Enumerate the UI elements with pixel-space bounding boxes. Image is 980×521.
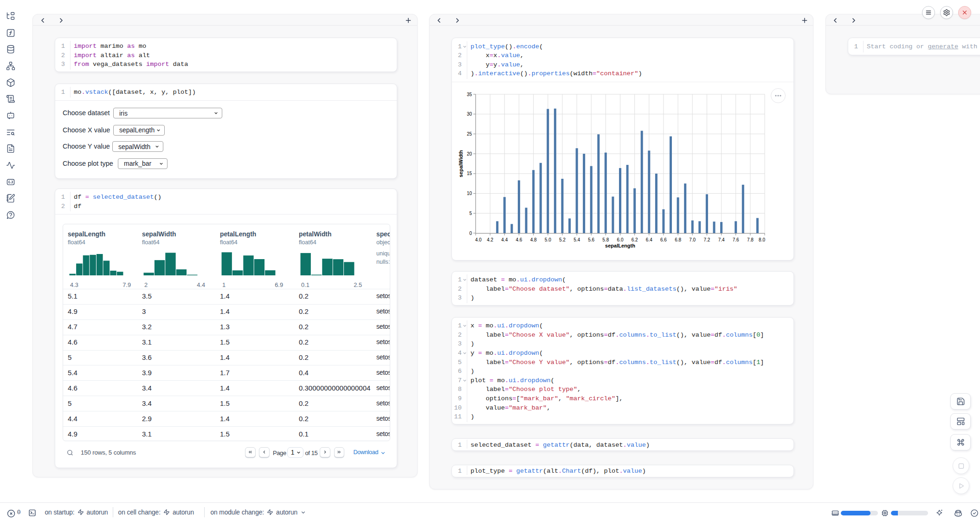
- svg-text:6.2: 6.2: [632, 237, 638, 242]
- svg-text:5.8: 5.8: [602, 237, 609, 242]
- svg-text:5.2: 5.2: [559, 237, 566, 242]
- svg-text:5.4: 5.4: [574, 237, 580, 242]
- svg-text:4.0: 4.0: [475, 237, 482, 242]
- svg-text:7.8: 7.8: [747, 237, 754, 242]
- svg-text:4.8: 4.8: [530, 237, 537, 242]
- svg-text:sepalWidth: sepalWidth: [458, 150, 464, 177]
- svg-text:25: 25: [467, 131, 472, 137]
- svg-text:0: 0: [469, 231, 472, 236]
- svg-text:6.4: 6.4: [646, 237, 652, 242]
- svg-text:10: 10: [467, 191, 472, 196]
- svg-text:5.0: 5.0: [545, 237, 551, 242]
- svg-text:20: 20: [467, 151, 472, 156]
- svg-text:35: 35: [467, 92, 472, 97]
- svg-text:sepalLength: sepalLength: [605, 243, 635, 248]
- svg-text:6.0: 6.0: [617, 237, 624, 242]
- svg-text:4.2: 4.2: [487, 237, 493, 242]
- svg-text:7.0: 7.0: [689, 237, 696, 242]
- svg-text:7.4: 7.4: [718, 237, 725, 242]
- svg-text:6.8: 6.8: [675, 237, 681, 242]
- svg-text:6.6: 6.6: [660, 237, 667, 242]
- svg-text:8.0: 8.0: [759, 237, 765, 242]
- svg-text:4.6: 4.6: [516, 237, 522, 242]
- svg-text:7.6: 7.6: [733, 237, 739, 242]
- svg-text:15: 15: [467, 171, 472, 176]
- svg-text:5.6: 5.6: [588, 237, 594, 242]
- svg-text:7.2: 7.2: [703, 237, 710, 242]
- svg-text:5: 5: [469, 211, 472, 216]
- svg-text:30: 30: [467, 111, 472, 117]
- svg-text:4.4: 4.4: [501, 237, 508, 242]
